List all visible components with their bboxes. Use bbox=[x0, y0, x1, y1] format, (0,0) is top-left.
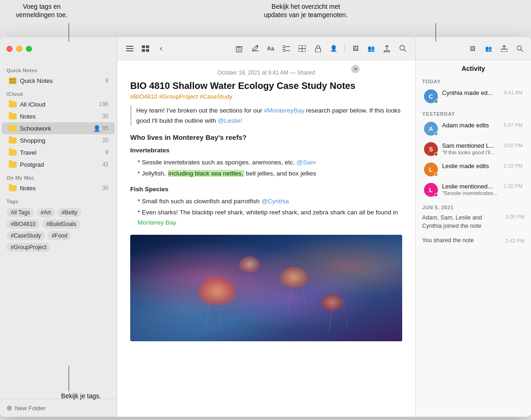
sidebar-item-label: Postgrad bbox=[20, 161, 44, 168]
callout-line-left bbox=[69, 23, 69, 42]
activity-item-name: Sam mentioned L... bbox=[442, 142, 499, 149]
activity-close-button[interactable]: ✕ bbox=[351, 65, 360, 73]
sidebar-item-label: Notes bbox=[20, 113, 36, 120]
svg-rect-4 bbox=[146, 45, 149, 48]
activity-dot-leslie-2 bbox=[434, 193, 438, 197]
minimize-button[interactable] bbox=[16, 46, 22, 52]
new-folder-label: New Folder bbox=[15, 405, 45, 412]
new-folder-button[interactable]: ⊕ New Folder bbox=[6, 404, 110, 412]
activity-images-button[interactable]: 🖼 bbox=[466, 43, 479, 55]
sidebar-item-quick-notes[interactable]: Quick Notes 9 bbox=[2, 75, 115, 87]
sidebar-item-shopping[interactable]: Shopping 20 bbox=[2, 134, 115, 146]
checklist-button[interactable] bbox=[279, 42, 293, 55]
svg-rect-0 bbox=[126, 46, 133, 47]
sidebar-item-schoolwork[interactable]: Schoolwork 👤 95 bbox=[2, 122, 115, 134]
activity-day-jun5: JUN 5, 2021 bbox=[416, 200, 531, 212]
activity-item-body-cynthia: Cynthia made ed... bbox=[442, 89, 500, 96]
sidebar-item-count: 30 bbox=[102, 113, 108, 119]
activity-item-time: 3:02 PM bbox=[504, 143, 523, 148]
activity-item-leslie-mentioned[interactable]: L Leslie mentioned... "Sessile invertebr… bbox=[417, 180, 529, 200]
activity-item-leslie-edits[interactable]: L Leslie made edits 2:32 PM bbox=[417, 159, 529, 180]
sidebar-item-travel[interactable]: Travel 9 bbox=[2, 146, 115, 158]
table-button[interactable] bbox=[295, 42, 309, 55]
tag-food[interactable]: #Food bbox=[47, 231, 71, 240]
svg-line-26 bbox=[225, 290, 234, 322]
note-link-monterey[interactable]: Monterey Bay bbox=[138, 219, 176, 226]
activity-shared-note: You shared the note 2:42 PM bbox=[416, 235, 531, 247]
search-button[interactable] bbox=[396, 42, 410, 55]
callout-top-right: Bekijk het overzicht metupdates van je t… bbox=[246, 2, 366, 19]
activity-joined-text: Adam, Sam, Leslie andCynthia joined the … bbox=[422, 214, 482, 230]
sidebar-item-label: All iCloud bbox=[20, 101, 45, 108]
delete-button[interactable] bbox=[232, 42, 246, 55]
folder-icon bbox=[8, 136, 17, 144]
images-button[interactable]: 🖼 bbox=[348, 42, 362, 55]
activity-item-time: 9:41 AM bbox=[504, 90, 523, 95]
tag-all-tags[interactable]: All Tags bbox=[6, 208, 34, 217]
note-intro-mention[interactable]: @Leslie! bbox=[218, 117, 242, 124]
activity-collab-button[interactable]: 👥 bbox=[482, 43, 495, 55]
activity-item-cynthia[interactable]: C Cynthia made ed... 9:41 AM bbox=[417, 86, 529, 107]
svg-rect-12 bbox=[252, 50, 259, 51]
activity-joined-time: 3:00 PM bbox=[506, 214, 525, 219]
sidebar-item-count: 42 bbox=[102, 161, 108, 168]
svg-rect-1 bbox=[126, 48, 133, 49]
activity-dot-cynthia bbox=[434, 100, 438, 103]
activity-dot-leslie-1 bbox=[434, 173, 438, 176]
tag-buildgoals[interactable]: #BuildGoals bbox=[42, 219, 81, 229]
tag-bio4810[interactable]: #BIO4810 bbox=[6, 219, 40, 229]
note-bullet-2: * Jellyfish, including black sea nettles… bbox=[138, 169, 402, 179]
sidebar-item-label: Notes bbox=[20, 185, 36, 192]
activity-dot-adam bbox=[434, 132, 438, 136]
activity-item-body-adam: Adam made edits bbox=[442, 122, 499, 129]
note-quote-bar bbox=[130, 106, 132, 125]
format-button[interactable]: Aa bbox=[264, 42, 278, 55]
note-intro-link[interactable]: #MontereyBay bbox=[264, 107, 304, 114]
view-list-button[interactable] bbox=[123, 42, 137, 55]
back-button[interactable]: ‹ bbox=[154, 42, 168, 55]
shared-icon: 👤 bbox=[93, 125, 101, 132]
activity-panel: 🖼 👥 ✕ Activity TODAY bbox=[415, 37, 531, 417]
activity-share-button[interactable] bbox=[498, 43, 511, 55]
sidebar-item-notes-mac[interactable]: Notes 30 bbox=[2, 182, 115, 194]
activity-search-button[interactable] bbox=[513, 43, 526, 55]
sidebar-item-label: Schoolwork bbox=[20, 125, 51, 132]
lock-button[interactable] bbox=[311, 42, 325, 55]
tag-art[interactable]: #Art bbox=[37, 208, 55, 217]
activity-item-body-leslie-1: Leslie made edits bbox=[442, 163, 499, 169]
activity-item-sub: "If this looks good I'll... bbox=[442, 150, 499, 155]
activity-item-sub: "Sessile invertebrates... bbox=[442, 190, 499, 196]
activity-item-sam[interactable]: S Sam mentioned L... "If this looks good… bbox=[417, 139, 529, 159]
activity-item-body-sam: Sam mentioned L... "If this looks good I… bbox=[442, 142, 499, 155]
note-body: Hey team! I've broken out the sections f… bbox=[130, 106, 402, 227]
fullscreen-button[interactable] bbox=[26, 46, 32, 52]
folder-icon bbox=[8, 184, 17, 192]
note-sub-heading-invertebrates: Invertebrates bbox=[130, 145, 402, 156]
activity-item-name: Adam made edits bbox=[442, 122, 499, 129]
note-mention-sam[interactable]: @Sam bbox=[297, 159, 316, 166]
collab-button[interactable]: 👥 bbox=[364, 42, 378, 55]
tag-groupproject[interactable]: #GroupProject bbox=[6, 243, 51, 252]
sidebar-item-count: 95 bbox=[102, 125, 108, 132]
activity-item-adam[interactable]: A Adam made edits 5:47 PM bbox=[417, 119, 529, 139]
view-grid-button[interactable] bbox=[139, 42, 152, 55]
tag-betty[interactable]: #Betty bbox=[57, 208, 82, 217]
edit-button[interactable] bbox=[248, 42, 262, 55]
note-sub-heading-fish: Fish Species bbox=[130, 184, 402, 194]
note-date: October 18, 2021 at 9:41 AM — Shared bbox=[130, 69, 402, 76]
note-mention-cynthia[interactable]: @Cynthia bbox=[261, 198, 289, 205]
tag-casestudy[interactable]: #CaseStudy bbox=[6, 231, 45, 240]
sidebar-item-notes-icloud[interactable]: Notes 30 bbox=[2, 110, 115, 122]
activity-item-time: 2:30 PM bbox=[504, 183, 523, 189]
sidebar-item-count: 9 bbox=[105, 149, 108, 156]
sidebar-item-all-icloud[interactable]: All iCloud 196 bbox=[2, 98, 115, 110]
close-button[interactable] bbox=[6, 46, 13, 52]
note-bullet-3: * Small fish such as clownfish and parro… bbox=[138, 196, 402, 207]
sidebar-item-count: 30 bbox=[102, 185, 108, 191]
activity-day-yesterday: YESTERDAY bbox=[416, 107, 531, 119]
bullet-symbol: * bbox=[138, 209, 142, 216]
share-button[interactable]: 👤 bbox=[327, 42, 341, 55]
upload-button[interactable] bbox=[380, 42, 394, 55]
jellyfish-background bbox=[130, 235, 402, 341]
sidebar-item-postgrad[interactable]: Postgrad 42 bbox=[2, 158, 115, 170]
